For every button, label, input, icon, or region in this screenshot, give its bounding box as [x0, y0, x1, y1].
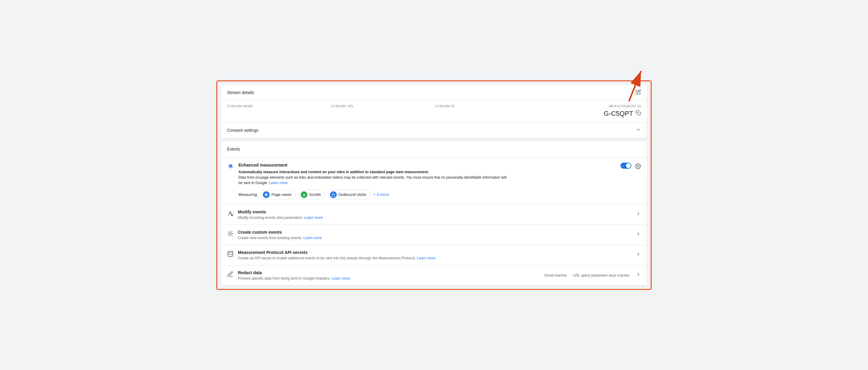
create-custom-events-item[interactable]: Create custom events Create new events f…	[221, 225, 647, 245]
page-views-chip-icon	[263, 191, 270, 198]
gear-icon[interactable]	[635, 163, 641, 171]
scrolls-chip-icon	[301, 191, 307, 198]
redact-email-status: Email inactive	[545, 273, 567, 278]
modify-events-right	[636, 211, 641, 218]
create-custom-events-title: Create custom events	[238, 230, 322, 235]
svg-rect-12	[332, 194, 335, 196]
chip-outbound-clicks[interactable]: Outbound clicks	[328, 190, 371, 199]
stream-name-label: STREAM NAME	[227, 104, 329, 108]
modify-events-icon	[227, 210, 234, 218]
em-desc-line1: Automatically measure interactions and c…	[239, 170, 429, 174]
enhanced-measurement-toggle[interactable]: ✓	[620, 163, 631, 169]
events-label: Events	[227, 147, 641, 151]
chip-outbound-clicks-label: Outbound clicks	[339, 192, 367, 197]
measuring-row: Measuring: Page views	[239, 190, 620, 199]
copy-icon[interactable]	[636, 110, 641, 117]
redact-data-left: Redact data Prevent specific data from b…	[227, 270, 350, 280]
redact-data-content: Redact data Prevent specific data from b…	[238, 270, 350, 280]
toggle-thumb	[626, 163, 631, 168]
svg-line-25	[228, 235, 229, 236]
stream-details-title: Stream details	[227, 90, 254, 95]
measurement-id-label: MEASUREMENT ID	[609, 104, 641, 108]
create-custom-events-learn-more[interactable]: Learn more	[304, 236, 322, 240]
measurement-protocol-title: Measurement Protocol API secrets	[238, 250, 435, 255]
create-custom-events-icon	[227, 230, 234, 239]
modify-events-title: Modify events	[238, 210, 323, 214]
measurement-protocol-icon	[227, 251, 234, 259]
chip-scrolls-label: Scrolls	[309, 192, 321, 197]
redact-data-icon	[227, 271, 234, 279]
svg-line-23	[228, 232, 229, 233]
svg-rect-0	[638, 112, 641, 115]
stream-url-label: STREAM URL	[331, 104, 433, 108]
svg-point-3	[230, 166, 231, 168]
redact-data-learn-more[interactable]: Learn more	[332, 276, 350, 280]
svg-line-24	[231, 235, 232, 236]
enhanced-measurement-title: Enhanced measurement	[239, 163, 620, 167]
chip-page-views-label: Page views	[271, 192, 291, 197]
measurement-protocol-learn-more[interactable]: Learn more	[417, 256, 435, 260]
measurement-protocol-left: Measurement Protocol API secrets Create …	[227, 250, 435, 260]
enhanced-measurement-desc: Automatically measure interactions and c…	[239, 169, 510, 186]
stream-id-field: STREAM ID	[435, 104, 537, 118]
edit-icon[interactable]	[636, 89, 641, 96]
enhanced-measurement-controls: ✓	[620, 163, 641, 171]
measurement-id-field: MEASUREMENT ID G-C5QPT	[539, 104, 641, 118]
redact-data-desc: Prevent specific data from being sent to…	[238, 276, 350, 280]
measurement-protocol-chevron	[636, 251, 641, 258]
modify-events-chevron	[636, 211, 641, 218]
stream-name-field: STREAM NAME	[227, 104, 329, 118]
svg-point-14	[229, 211, 231, 213]
outbound-clicks-chip-icon	[330, 191, 337, 198]
modify-events-content: Modify events Modify incoming events and…	[238, 210, 323, 220]
svg-point-18	[230, 233, 231, 234]
redact-data-title: Redact data	[238, 270, 350, 275]
redact-data-item[interactable]: Redact data Prevent specific data from b…	[221, 265, 647, 285]
create-custom-events-desc: Create new events from existing events. …	[238, 236, 322, 240]
modify-events-desc: Modify incoming events and parameters. L…	[238, 216, 323, 220]
modify-events-item[interactable]: Modify events Modify incoming events and…	[221, 204, 647, 225]
chip-scrolls[interactable]: Scrolls	[299, 190, 325, 199]
chip-page-views[interactable]: Page views	[261, 190, 295, 199]
redact-data-chevron	[636, 272, 641, 279]
chevron-down-icon	[636, 127, 641, 134]
em-learn-more-link[interactable]: Learn more	[269, 181, 287, 185]
redact-data-right: Email inactive URL query parameter keys …	[545, 272, 641, 279]
consent-settings-row[interactable]: Consent settings	[221, 122, 647, 138]
create-custom-events-content: Create custom events Create new events f…	[238, 230, 322, 240]
svg-point-27	[228, 251, 233, 253]
measuring-label: Measuring:	[239, 192, 258, 197]
enhanced-measurement-icon	[227, 163, 234, 172]
stream-url-field: STREAM URL	[331, 104, 433, 118]
create-custom-events-right	[636, 231, 641, 238]
modify-events-learn-more[interactable]: Learn more	[304, 216, 322, 220]
measurement-protocol-content: Measurement Protocol API secrets Create …	[238, 250, 435, 260]
enhanced-measurement-section: Enhanced measurement Automatically measu…	[221, 157, 647, 204]
create-custom-events-left: Create custom events Create new events f…	[227, 230, 322, 240]
measurement-id-value: G-C5QPT	[603, 110, 633, 118]
modify-events-left: Modify events Modify incoming events and…	[227, 210, 323, 220]
svg-line-26	[231, 232, 232, 233]
stream-id-label: STREAM ID	[435, 104, 537, 108]
redact-url-status: URL query parameter keys inactive	[573, 273, 629, 278]
toggle-check-icon: ✓	[622, 164, 624, 167]
measurement-protocol-desc: Create an API secret to enable additiona…	[238, 256, 435, 260]
consent-settings-title: Consent settings	[227, 128, 258, 133]
measurement-protocol-item[interactable]: Measurement Protocol API secrets Create …	[221, 245, 647, 265]
create-custom-events-chevron	[636, 231, 641, 238]
measurement-protocol-right	[636, 251, 641, 258]
svg-point-13	[638, 165, 639, 167]
more-chips-link[interactable]: + 4 more	[373, 192, 389, 197]
